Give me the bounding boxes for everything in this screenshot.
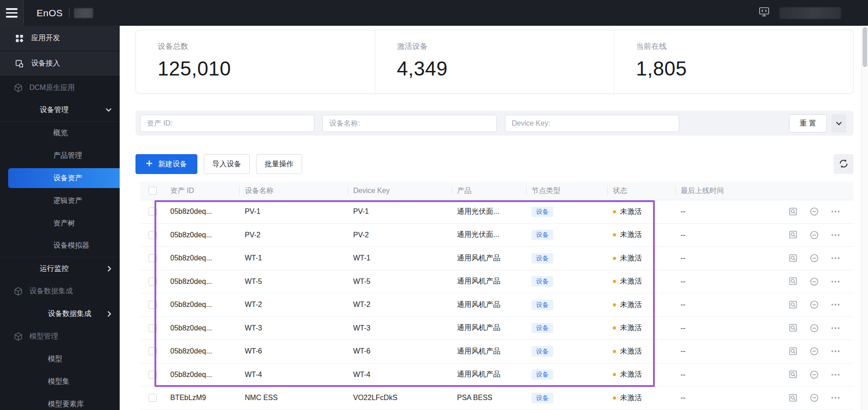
chevron-right-icon	[107, 266, 112, 272]
disable-device-icon[interactable]	[810, 300, 819, 309]
more-actions-icon[interactable]	[831, 234, 840, 236]
row-checkbox[interactable]	[149, 324, 157, 332]
cube-icon	[14, 84, 22, 92]
cell-device-name: WT-3	[239, 324, 348, 332]
refresh-button[interactable]	[834, 154, 854, 174]
view-detail-icon[interactable]	[789, 324, 798, 332]
status-dot-icon	[613, 326, 616, 330]
disable-device-icon[interactable]	[810, 347, 819, 356]
table-row[interactable]: 05b8z0deq... PV-1 PV-1 通用光伏面... 设备 未激活 -…	[140, 200, 854, 224]
sidebar-item-label: 资产树	[53, 219, 75, 228]
cell-asset-id: 05b8z0deq...	[165, 324, 239, 332]
console-monitor-button[interactable]	[759, 7, 770, 19]
view-detail-icon[interactable]	[789, 370, 798, 379]
cell-last-online: --	[675, 207, 750, 216]
sidebar-item-6[interactable]: 设备资产	[0, 167, 120, 189]
view-detail-icon[interactable]	[789, 277, 798, 286]
sidebar-item-11[interactable]: 设备数据集成	[0, 280, 120, 302]
sidebar-item-4[interactable]: 概览	[0, 122, 120, 144]
sidebar-item-label: 模型	[48, 354, 62, 364]
table-row[interactable]: 05b8z0deq... WT-3 WT-3 通用风机产品 设备 未激活 --	[140, 317, 854, 340]
hamburger-menu-button[interactable]	[0, 0, 24, 26]
refresh-icon	[839, 159, 849, 170]
table-row[interactable]: 05b8z0deq... WT-6 WT-6 通用风机产品 设备 未激活 --	[140, 340, 854, 363]
more-actions-icon[interactable]	[831, 396, 840, 399]
disable-device-icon[interactable]	[810, 254, 819, 263]
device-key-input[interactable]	[505, 115, 679, 132]
scrollbar-thumb[interactable]	[863, 27, 867, 67]
disable-device-icon[interactable]	[810, 207, 819, 216]
row-checkbox[interactable]	[149, 347, 157, 355]
more-actions-icon[interactable]	[831, 373, 840, 376]
status-dot-icon	[613, 210, 616, 213]
node-type-badge: 设备	[532, 369, 553, 380]
reset-button[interactable]: 重 置	[789, 114, 827, 132]
cell-device-key: PV-2	[348, 231, 452, 239]
more-actions-icon[interactable]	[831, 257, 840, 259]
row-checkbox[interactable]	[149, 301, 157, 309]
table-row[interactable]: 05b8z0deq... WT-5 WT-5 通用风机产品 设备 未激活 --	[140, 270, 854, 294]
view-detail-icon[interactable]	[789, 394, 798, 402]
table-row[interactable]: 05b8z0deq... WT-1 WT-1 通用风机产品 设备 未激活 --	[140, 247, 854, 270]
table-toolbar: 新建设备 导入设备 批量操作	[135, 151, 854, 177]
status-text: 未激活	[620, 230, 642, 240]
batch-operation-button[interactable]: 批量操作	[256, 154, 302, 174]
sidebar-item-16[interactable]: 模型要素库	[0, 393, 120, 410]
sidebar-item-label: 产品管理	[53, 151, 82, 160]
table-row[interactable]: 05b8z0deq... WT-2 WT-2 通用风机产品 设备 未激活 --	[140, 293, 854, 317]
more-actions-icon[interactable]	[831, 280, 840, 283]
row-checkbox[interactable]	[149, 371, 157, 379]
cell-device-name: WT-6	[239, 347, 348, 355]
sidebar-item-3[interactable]: 设备管理	[0, 99, 120, 122]
sidebar-item-12[interactable]: 设备数据集成	[0, 302, 120, 325]
cell-asset-id: 05b8z0deq...	[165, 278, 239, 286]
row-checkbox[interactable]	[149, 278, 157, 286]
device-name-input[interactable]	[322, 115, 497, 132]
row-checkbox[interactable]	[149, 394, 157, 402]
expand-filters-button[interactable]	[831, 114, 846, 132]
disable-device-icon[interactable]	[810, 370, 819, 379]
view-detail-icon[interactable]	[789, 301, 798, 309]
more-actions-icon[interactable]	[831, 303, 840, 306]
vertical-scrollbar[interactable]	[861, 26, 868, 410]
sidebar-item-15[interactable]: 模型集	[0, 370, 120, 393]
sidebar-item-10[interactable]: 运行监控	[0, 257, 120, 280]
view-detail-icon[interactable]	[789, 231, 798, 239]
view-detail-icon[interactable]	[789, 347, 798, 356]
status-text: 未激活	[620, 370, 642, 379]
row-checkbox[interactable]	[149, 254, 157, 262]
sidebar-item-13[interactable]: 模型管理	[0, 325, 120, 348]
cell-device-name: WT-2	[239, 301, 348, 309]
redacted-user-menu[interactable]	[779, 7, 841, 19]
sidebar-item-0[interactable]: 应用开发	[0, 26, 120, 51]
select-all-checkbox[interactable]	[149, 187, 157, 195]
disable-device-icon[interactable]	[810, 324, 819, 333]
new-device-button[interactable]: 新建设备	[135, 154, 197, 174]
table-row[interactable]: 05b8z0deq... PV-2 PV-2 通用光伏面... 设备 未激活 -…	[140, 224, 854, 247]
table-row[interactable]: 05b8z0deq... WT-4 WT-4 通用风机产品 设备 未激活 --	[140, 363, 854, 387]
sidebar-item-7[interactable]: 逻辑资产	[0, 189, 120, 212]
more-actions-icon[interactable]	[831, 210, 840, 213]
cell-product: 通用光伏面...	[452, 230, 526, 240]
disable-device-icon[interactable]	[810, 393, 819, 402]
view-detail-icon[interactable]	[789, 207, 798, 216]
disable-device-icon[interactable]	[810, 231, 819, 240]
sidebar-item-2[interactable]: DCM原生应用	[0, 76, 120, 99]
import-device-button[interactable]: 导入设备	[204, 154, 250, 174]
asset-id-input[interactable]	[140, 115, 314, 132]
sidebar-item-8[interactable]: 资产树	[0, 212, 120, 235]
sidebar-item-14[interactable]: 模型	[0, 348, 120, 370]
row-checkbox[interactable]	[149, 231, 157, 239]
sidebar-item-9[interactable]: 设备模拟器	[0, 235, 120, 257]
node-type-badge: 设备	[532, 346, 553, 357]
enos-logo: EnOS	[37, 8, 63, 19]
cell-device-name: NMC ESS	[239, 394, 348, 402]
view-detail-icon[interactable]	[789, 254, 798, 263]
row-checkbox[interactable]	[149, 207, 157, 216]
more-actions-icon[interactable]	[831, 327, 840, 330]
sidebar-item-1[interactable]: 设备接入	[0, 51, 120, 76]
disable-device-icon[interactable]	[810, 277, 819, 286]
more-actions-icon[interactable]	[831, 350, 840, 353]
table-row[interactable]: BTEbLzM9 NMC ESS VO22LFcDkS PSA BESS 设备 …	[140, 386, 854, 410]
sidebar-item-5[interactable]: 产品管理	[0, 144, 120, 167]
